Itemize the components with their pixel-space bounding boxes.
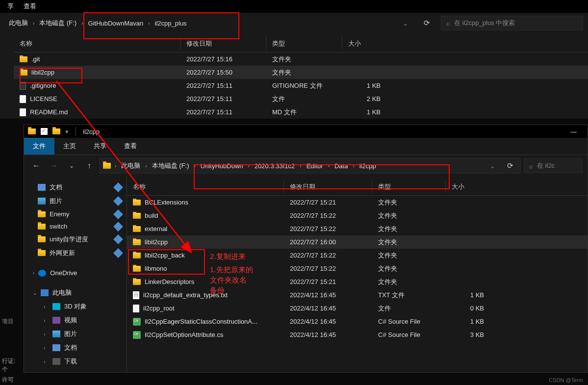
minimize-icon[interactable]: — bbox=[563, 128, 584, 135]
tab-file[interactable]: 文件 bbox=[24, 138, 54, 154]
address-bar-row: 此电脑› 本地磁盘 (F:)› GitHubDownMavan› il2cpp_… bbox=[0, 13, 588, 33]
table-row[interactable]: README.md2022/7/27 15:11MD 文件1 KB bbox=[14, 105, 588, 119]
sidebar-group[interactable]: ›OneDrive bbox=[24, 267, 127, 279]
window-title: il2cpp bbox=[83, 128, 100, 135]
chevron-down-icon[interactable]: ⌄ bbox=[398, 20, 413, 27]
file-size: 2 KB bbox=[342, 95, 386, 103]
col-name[interactable]: 名称 bbox=[127, 180, 284, 193]
sidebar-item[interactable]: 文档 bbox=[24, 180, 127, 194]
table-row[interactable]: build2022/7/27 15:22文件夹 bbox=[127, 209, 588, 222]
folder-icon bbox=[28, 128, 36, 134]
crumb2-1[interactable]: 本地磁盘 (F:) bbox=[148, 158, 193, 173]
chevron-right-icon: › bbox=[33, 270, 34, 276]
table-row[interactable]: Il2CppSetOptionAttribute.cs2022/4/12 16:… bbox=[127, 328, 588, 341]
table-row[interactable]: il2cpp_root2022/4/12 16:45文件0 KB bbox=[127, 302, 588, 315]
sidebar-item[interactable]: 图片 bbox=[24, 194, 127, 208]
forward-icon[interactable]: → bbox=[47, 161, 61, 170]
table-row[interactable]: il2cpp_default_extra_types.txt2022/4/12 … bbox=[127, 288, 588, 302]
file-date: 2022/7/27 15:22 bbox=[284, 225, 372, 232]
watermark: CSDN @Term bbox=[549, 377, 583, 383]
folder-icon bbox=[103, 163, 111, 169]
file-name: Il2CppSetOptionAttribute.cs bbox=[127, 331, 284, 339]
crumb-folder1[interactable]: GitHubDownMavan bbox=[84, 17, 148, 30]
checkbox-icon[interactable]: ✓ bbox=[41, 128, 48, 135]
column-headers: 名称 修改日期 类型 大小 bbox=[14, 33, 588, 52]
refresh-icon[interactable]: ⟳ bbox=[417, 19, 437, 27]
table-row[interactable]: .git2022/7/27 15:16文件夹 bbox=[14, 52, 588, 66]
file-type: 文件 bbox=[266, 95, 342, 103]
file-size: 1 KB bbox=[342, 108, 386, 116]
crumb2-3[interactable]: 2020.3.33f1c2 bbox=[251, 159, 299, 173]
table-row[interactable]: Il2CppEagerStaticClassConstructionA...20… bbox=[127, 315, 588, 328]
search-input-2[interactable]: ⌕ 在 il2c bbox=[524, 158, 583, 173]
file-name: LICENSE bbox=[14, 95, 180, 103]
file-date: 2022/7/27 15:16 bbox=[180, 55, 266, 63]
file-type: C# Source File bbox=[372, 331, 446, 338]
sidebar-item[interactable]: ›视频 bbox=[24, 313, 127, 327]
file-type: 文件夹 bbox=[266, 68, 342, 77]
table-row[interactable]: LinkerDescriptors2022/7/27 15:21文件夹 bbox=[127, 275, 588, 288]
sidebar-item[interactable]: Enemy bbox=[24, 208, 127, 220]
col-size[interactable]: 大小 bbox=[446, 180, 490, 193]
tab-view[interactable]: 查看 bbox=[115, 138, 146, 154]
bottom-explorer-window: ✓ ▾ il2cpp — 文件 主页 共享 查看 ← → ⌄ ↑ › 此电脑› … bbox=[24, 125, 588, 373]
table-row[interactable]: LICENSE2022/7/27 15:11文件2 KB bbox=[14, 92, 588, 105]
col-type[interactable]: 类型 bbox=[266, 37, 342, 50]
crumb-pc[interactable]: 此电脑 bbox=[5, 16, 32, 30]
search-icon: ⌕ bbox=[446, 20, 450, 27]
table-row[interactable]: .gitignore2022/7/27 15:11GITIGNORE 文件1 K… bbox=[14, 79, 588, 92]
sidebar-item[interactable]: switch bbox=[24, 220, 127, 232]
menubar: 享 查看 bbox=[0, 0, 588, 13]
tab-home[interactable]: 主页 bbox=[54, 138, 85, 154]
file-date: 2022/7/27 15:22 bbox=[284, 212, 372, 219]
table-row[interactable]: libil2cpp2022/7/27 16:00文件夹 bbox=[127, 235, 588, 249]
tab-share[interactable]: 共享 bbox=[85, 138, 115, 154]
refresh-icon[interactable]: ⟳ bbox=[500, 161, 520, 170]
crumb2-4[interactable]: Editor bbox=[303, 159, 327, 173]
file-date: 2022/7/27 15:11 bbox=[180, 82, 266, 89]
chevron-right-icon: › bbox=[32, 21, 35, 26]
crumb2-2[interactable]: UnityHubDown bbox=[197, 159, 247, 173]
file-type: TXT 文件 bbox=[372, 291, 446, 300]
col-name[interactable]: 名称 bbox=[14, 37, 180, 50]
sidebar-item[interactable]: ›3D 对象 bbox=[24, 300, 127, 313]
sidebar-item[interactable]: 外网更新 bbox=[24, 246, 127, 260]
col-date[interactable]: 修改日期 bbox=[284, 180, 372, 193]
chevron-right-icon: › bbox=[44, 345, 49, 351]
chevron-right-icon: ⌄ bbox=[33, 290, 37, 296]
file-date: 2022/7/27 15:11 bbox=[180, 95, 266, 103]
table-row[interactable]: BCLExtensions2022/7/27 15:21文件夹 bbox=[127, 196, 588, 209]
chevron-right-icon: › bbox=[147, 21, 151, 26]
table-row[interactable]: external2022/7/27 15:22文件夹 bbox=[127, 222, 588, 235]
chevron-down-icon[interactable]: ⌄ bbox=[485, 162, 500, 170]
pin-icon bbox=[113, 222, 123, 231]
crumb-drive[interactable]: 本地磁盘 (F:) bbox=[35, 16, 80, 30]
body: 文档图片Enemyswitchunity自学进度外网更新›OneDrive⌄此电… bbox=[24, 177, 588, 372]
sidebar-item[interactable]: ›下载 bbox=[24, 355, 127, 368]
search-input[interactable]: ⌕ 在 il2cpp_plus 中搜索 bbox=[441, 16, 583, 30]
sidebar-item[interactable]: unity自学进度 bbox=[24, 232, 127, 246]
table-row[interactable]: libmono2022/7/27 15:22文件夹 bbox=[127, 262, 588, 275]
col-size[interactable]: 大小 bbox=[342, 37, 386, 50]
col-date[interactable]: 修改日期 bbox=[180, 37, 266, 50]
file-date: 2022/7/27 16:00 bbox=[284, 238, 372, 246]
table-row[interactable]: libil2cpp2022/7/27 15:50文件夹 bbox=[14, 66, 588, 79]
file-size: 3 KB bbox=[446, 331, 490, 338]
file-type: 文件夹 bbox=[372, 251, 446, 260]
table-row[interactable]: libil2cpp_back2022/7/27 15:22文件夹 bbox=[127, 249, 588, 262]
back-icon[interactable]: ← bbox=[29, 161, 44, 170]
file-name: libil2cpp_back bbox=[127, 252, 284, 259]
chevron-down-icon[interactable]: ⌄ bbox=[64, 162, 79, 169]
sidebar-item[interactable]: ›图片 bbox=[24, 327, 127, 341]
crumb-folder2[interactable]: il2cpp_plus bbox=[151, 17, 191, 30]
menu-view[interactable]: 查看 bbox=[24, 2, 36, 11]
crumb2-5[interactable]: Data bbox=[331, 159, 352, 173]
chevron-right-icon: › bbox=[80, 21, 84, 26]
crumb2-0[interactable]: 此电脑 bbox=[117, 158, 144, 173]
sidebar-group[interactable]: ⌄此电脑 bbox=[24, 286, 127, 300]
sidebar-item[interactable]: ›文档 bbox=[24, 341, 127, 355]
col-type[interactable]: 类型 bbox=[372, 180, 446, 193]
crumb2-6[interactable]: il2cpp bbox=[356, 159, 380, 173]
menu-share[interactable]: 享 bbox=[7, 2, 14, 11]
up-icon[interactable]: ↑ bbox=[82, 161, 97, 170]
